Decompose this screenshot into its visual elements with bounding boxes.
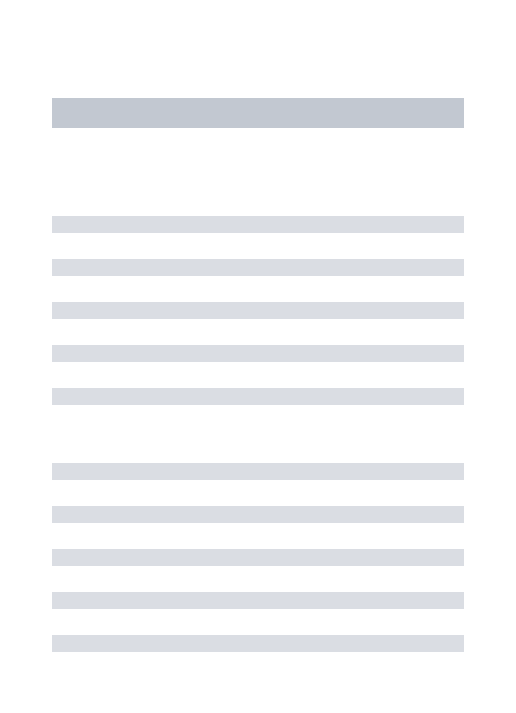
skeleton-line — [52, 506, 464, 523]
skeleton-line — [52, 635, 464, 652]
skeleton-title-bar — [52, 98, 464, 128]
skeleton-line — [52, 549, 464, 566]
skeleton-line — [52, 463, 464, 480]
skeleton-line — [52, 388, 464, 405]
skeleton-line — [52, 302, 464, 319]
skeleton-line — [52, 216, 464, 233]
skeleton-line — [52, 259, 464, 276]
skeleton-line — [52, 592, 464, 609]
skeleton-line — [52, 345, 464, 362]
